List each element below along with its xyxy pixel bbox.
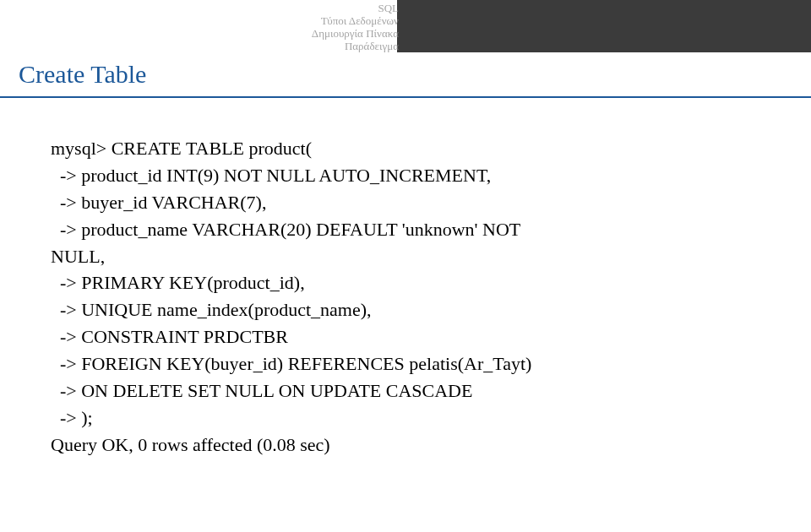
- nav-sql: SQL: [276, 2, 399, 14]
- code-line-3: -> buyer_id VARCHAR(7),: [51, 189, 760, 216]
- code-line-10: -> ON DELETE SET NULL ON UPDATE CASCADE: [51, 377, 760, 404]
- code-line-1: mysql> CREATE TABLE product(: [51, 135, 760, 162]
- nav-create-table: Δημιουργία Πίνακα: [276, 27, 399, 40]
- code-line-8: -> CONSTRAINT PRDCTBR: [51, 323, 760, 350]
- code-line-2: -> product_id INT(9) NOT NULL AUTO_INCRE…: [51, 162, 760, 189]
- code-line-6: -> PRIMARY KEY(product_id),: [51, 269, 760, 296]
- top-dark-bar: [397, 0, 811, 52]
- nav-example: Παράδειγμα: [276, 40, 399, 52]
- title-bar: Create Table: [0, 52, 811, 98]
- code-line-9: -> FOREIGN KEY(buyer_id) REFERENCES pela…: [51, 350, 760, 377]
- code-line-12: Query OK, 0 rows affected (0.08 sec): [51, 432, 760, 459]
- page-title: Create Table: [0, 60, 146, 89]
- code-line-5: NULL,: [51, 243, 760, 270]
- code-line-4: -> product_name VARCHAR(20) DEFAULT 'unk…: [51, 216, 760, 243]
- nav-types: Τύποι Δεδομένων: [276, 14, 399, 27]
- sql-code-block: mysql> CREATE TABLE product( -> product_…: [51, 135, 760, 459]
- code-line-11: -> );: [51, 404, 760, 432]
- code-line-7: -> UNIQUE name_index(product_name),: [51, 296, 760, 323]
- breadcrumb-nav: SQL Τύποι Δεδομένων Δημιουργία Πίνακα Πα…: [276, 0, 399, 52]
